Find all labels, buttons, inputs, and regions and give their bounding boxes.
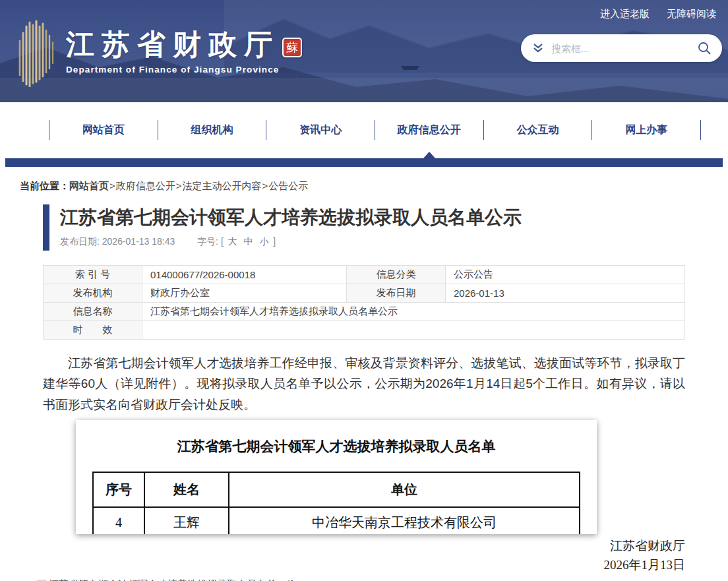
- info-value-category: 公示公告: [446, 266, 685, 284]
- search-icon[interactable]: [697, 41, 712, 55]
- nav-active-pointer-icon: [423, 152, 435, 158]
- search-input[interactable]: [551, 43, 697, 54]
- nav-active-bar: [5, 158, 723, 167]
- su-seal-icon: 蘇: [282, 38, 302, 57]
- attachment-pdf-link[interactable]: 江苏省第七期会计领军人才培养选拔拟录取人员名单.pdf: [49, 578, 293, 581]
- site-subtitle: Department of Finance of Jiangsu Provinc…: [66, 65, 302, 75]
- breadcrumb-home[interactable]: 网站首页: [69, 180, 109, 191]
- col-header-unit: 单位: [229, 472, 580, 507]
- info-value-agency: 财政厅办公室: [142, 284, 347, 303]
- info-label-pubdate: 发布日期: [347, 284, 446, 303]
- table-row: 信息名称 江苏省第七期会计领军人才培养选拔拟录取人员名单公示: [44, 303, 685, 321]
- page-title: 江苏省第七期会计领军人才培养选拔拟录取人员名单公示: [60, 206, 685, 229]
- breadcrumb-separator: >: [262, 180, 268, 191]
- nav-item-interaction[interactable]: 公众互动: [483, 120, 592, 140]
- breadcrumb-separator: >: [109, 180, 115, 191]
- elder-version-link[interactable]: 进入适老版: [600, 8, 650, 20]
- info-label-name: 信息名称: [44, 303, 142, 321]
- logo-pipes-icon: [17, 18, 55, 87]
- article: 江苏省第七期会计领军人才培养选拔拟录取人员名单公示 发布日期: 2026-01-…: [0, 204, 728, 581]
- signature-date: 2026年1月13日: [43, 556, 685, 575]
- article-meta: 发布日期: 2026-01-13 18:43 字号: [ 大 中 小 ]: [60, 236, 685, 248]
- signature-org: 江苏省财政厅: [43, 537, 685, 556]
- site-header: 进入适老版 无障碍阅读 江苏省财政厅 蘇 Depa: [0, 0, 728, 102]
- fontsize-small-button[interactable]: 小: [259, 236, 268, 247]
- breadcrumb-prefix: 当前位置：: [20, 180, 69, 191]
- breadcrumb-announcements[interactable]: 公告公示: [268, 180, 308, 191]
- nav-item-home[interactable]: 网站首页: [49, 120, 158, 140]
- search-box[interactable]: [521, 34, 722, 62]
- chevron-double-down-icon[interactable]: [531, 42, 545, 55]
- fontsize-medium-button[interactable]: 中: [244, 236, 253, 247]
- nav-item-gov-info[interactable]: 政府信息公开: [375, 120, 483, 140]
- main-navigation: 网站首页 组织机构 资讯中心 政府信息公开 公众互动 网上办事: [0, 102, 728, 157]
- fontsize-large-button[interactable]: 大: [228, 236, 237, 247]
- table-row: 4 王辉 中冶华天南京工程技术有限公司: [93, 507, 580, 534]
- info-label-category: 信息分类: [347, 266, 446, 284]
- accessibility-link[interactable]: 无障碍阅读: [667, 8, 716, 20]
- nav-item-org[interactable]: 组织机构: [158, 120, 266, 140]
- info-label-agency: 发布机构: [44, 284, 142, 303]
- publish-date-label: 发布日期:: [60, 236, 100, 247]
- cell-unit: 中冶华天南京工程技术有限公司: [229, 507, 580, 534]
- table-row: 时 效: [44, 321, 685, 340]
- info-value-validity: [142, 321, 685, 340]
- publish-date-value: 2026-01-13 18:43: [102, 236, 175, 247]
- col-header-no: 序号: [93, 472, 144, 507]
- breadcrumb-separator: >: [176, 180, 182, 191]
- breadcrumb: 当前位置：网站首页>政府信息公开>法定主动公开内容>公告公示: [20, 180, 728, 193]
- cell-name: 王辉: [144, 507, 229, 534]
- utility-links: 进入适老版 无障碍阅读: [600, 8, 716, 20]
- fontsize-bracket: ]: [273, 236, 276, 247]
- breadcrumb-gov-info[interactable]: 政府信息公开: [116, 180, 175, 191]
- info-value-name: 江苏省第七期会计领军人才培养选拔拟录取人员名单公示: [142, 303, 685, 321]
- table-row: 发布机构 财政厅办公室 发布日期 2026-01-13: [44, 284, 685, 303]
- site-logo[interactable]: 江苏省财政厅 蘇 Department of Finance of Jiangs…: [17, 18, 302, 87]
- cell-no: 4: [93, 507, 144, 534]
- attachment-row: 江苏省第七期会计领军人才培养选拔拟录取人员名单.pdf: [36, 578, 685, 581]
- info-value-index: 014000677/2026-00018: [142, 266, 347, 284]
- admitted-list-table: 序号 姓名 单位 4 王辉 中冶华天南京工程技术有限公司: [92, 472, 580, 534]
- embedded-document-image: 江苏省第七期会计领军人才选拔培养拟录取人员名单 序号 姓名 单位 4 王辉 中冶…: [76, 420, 597, 534]
- embedded-doc-title: 江苏省第七期会计领军人才选拔培养拟录取人员名单: [92, 437, 580, 456]
- article-body: 江苏省第七期会计领军人才选拔培养工作经申报、审核及背景资料评分、选拔笔试、选拔面…: [43, 353, 685, 415]
- info-label-index: 索 引 号: [44, 266, 142, 284]
- col-header-name: 姓名: [144, 472, 229, 507]
- title-block: 江苏省第七期会计领军人才培养选拔拟录取人员名单公示 发布日期: 2026-01-…: [43, 204, 685, 251]
- info-value-pubdate: 2026-01-13: [446, 284, 685, 303]
- fontsize-bracket: [: [221, 236, 224, 247]
- breadcrumb-statutory[interactable]: 法定主动公开内容: [183, 180, 262, 191]
- table-row: 索 引 号 014000677/2026-00018 信息分类 公示公告: [44, 266, 685, 284]
- signature-block: 江苏省财政厅 2026年1月13日: [43, 537, 685, 574]
- table-header-row: 序号 姓名 单位: [93, 472, 580, 507]
- info-label-validity: 时 效: [44, 321, 142, 340]
- document-info-table: 索 引 号 014000677/2026-00018 信息分类 公示公告 发布机…: [43, 265, 685, 340]
- nav-item-services[interactable]: 网上办事: [592, 120, 700, 140]
- fontsize-label: 字号:: [197, 236, 218, 247]
- site-title: 江苏省财政厅: [66, 30, 280, 59]
- nav-item-news[interactable]: 资讯中心: [266, 120, 375, 140]
- logo-text: 江苏省财政厅 蘇 Department of Finance of Jiangs…: [66, 18, 302, 75]
